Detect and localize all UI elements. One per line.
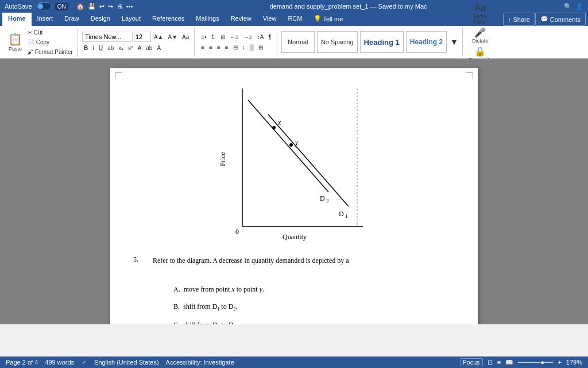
svg-text:Price: Price bbox=[219, 152, 227, 166]
align-center-button[interactable]: ≡ bbox=[207, 43, 214, 52]
supply-demand-graph: 0 Price Quantity D 1 D 2 x bbox=[214, 83, 374, 244]
svg-text:0: 0 bbox=[235, 228, 239, 236]
svg-point-11 bbox=[272, 126, 276, 129]
font-shrink-button[interactable]: A▼ bbox=[167, 32, 180, 41]
shading-button[interactable]: ▒ bbox=[248, 43, 256, 52]
answer-choices: A. move from point x to point y. B. shif… bbox=[173, 282, 438, 324]
search-icon[interactable]: 🔍 bbox=[564, 3, 572, 10]
ribbon-group-font: A▲ A▼ Aa B I U ab x₂ x² A ab A bbox=[79, 28, 195, 56]
ribbon-group-clipboard: 📋 Paste ✂ Cut 📄 Copy 🖌 Format Painter bbox=[3, 28, 78, 56]
autosave-state: ON bbox=[55, 3, 68, 10]
share-button[interactable]: ↑ Share bbox=[503, 13, 535, 26]
copy-button[interactable]: 📄 Copy bbox=[26, 37, 75, 47]
tab-home[interactable]: Home bbox=[2, 13, 32, 26]
ribbon-group-styles: Normal No Spacing Heading 1 Heading 2 ▼ bbox=[278, 28, 463, 56]
font-grow-button[interactable]: A▲ bbox=[152, 32, 165, 41]
svg-text:y: y bbox=[295, 139, 299, 147]
style-no-spacing[interactable]: No Spacing bbox=[317, 31, 358, 53]
choice-b: B. shift from D1 to D2. bbox=[173, 300, 438, 314]
tab-references[interactable]: References bbox=[146, 13, 190, 26]
choice-b-letter: B. bbox=[173, 300, 180, 313]
corner-mark-tr bbox=[466, 72, 473, 79]
bold-button[interactable]: B bbox=[82, 43, 90, 52]
autosave-toggle[interactable] bbox=[36, 2, 52, 10]
choice-c-letter: C. bbox=[173, 318, 180, 324]
bullets-button[interactable]: ≡• bbox=[199, 32, 208, 41]
account-icon[interactable]: 👤 bbox=[575, 3, 583, 10]
svg-text:D: D bbox=[320, 194, 325, 202]
text-highlight-button[interactable]: ab bbox=[144, 43, 154, 52]
print-icon[interactable]: 🖨 bbox=[117, 3, 123, 10]
tab-insert[interactable]: Insert bbox=[32, 13, 59, 26]
show-marks-button[interactable]: ¶ bbox=[266, 32, 273, 41]
dictate-button[interactable]: 🎤 Dictate bbox=[470, 26, 490, 45]
tab-draw[interactable]: Draw bbox=[59, 13, 85, 26]
tab-review[interactable]: Review bbox=[225, 13, 257, 26]
superscript-button[interactable]: x² bbox=[126, 43, 134, 52]
choice-a-text: move from point x to point y. bbox=[184, 282, 264, 296]
choice-a: A. move from point x to point y. bbox=[173, 282, 438, 296]
borders-button[interactable]: ⊞ bbox=[257, 43, 265, 52]
paste-button[interactable]: 📋 Paste bbox=[6, 30, 25, 54]
ribbon-tabs: Home Insert Draw Design Layout Reference… bbox=[0, 13, 588, 26]
tab-rcm[interactable]: RCM bbox=[282, 13, 308, 26]
question-number: 5. bbox=[133, 255, 147, 271]
styles-more-button[interactable]: ▼ bbox=[448, 37, 460, 47]
tab-tellme[interactable]: 💡 Tell me bbox=[308, 13, 349, 26]
comments-button[interactable]: 💬 Comments bbox=[535, 13, 586, 26]
style-heading2[interactable]: Heading 2 bbox=[406, 31, 447, 53]
tab-layout[interactable]: Layout bbox=[116, 13, 146, 26]
format-painter-button[interactable]: 🖌 Format Painter bbox=[26, 47, 75, 56]
autosave-bar: AutoSave ON 🏠 💾 ↩ ↪ 🖨 ••• demand and sup… bbox=[0, 0, 588, 13]
columns-button[interactable]: ⊟ bbox=[231, 43, 239, 52]
tab-design[interactable]: Design bbox=[85, 13, 116, 26]
clear-formatting-button[interactable]: Aa bbox=[180, 32, 191, 41]
svg-text:Quantity: Quantity bbox=[283, 233, 307, 241]
tab-mailings[interactable]: Mailings bbox=[190, 13, 225, 26]
justify-button[interactable]: ≡ bbox=[223, 43, 230, 52]
numbering-button[interactable]: 1. bbox=[210, 32, 218, 41]
autosave-toggle-dot bbox=[37, 3, 43, 9]
svg-line-8 bbox=[248, 100, 328, 192]
document-page: 0 Price Quantity D 1 D 2 x bbox=[110, 68, 478, 324]
increase-indent-button[interactable]: →≡ bbox=[242, 32, 254, 41]
autosave-label: AutoSave bbox=[5, 3, 32, 10]
corner-mark-tl bbox=[115, 72, 122, 79]
sensitivity-icon: 🔒 bbox=[474, 46, 486, 57]
svg-point-13 bbox=[289, 143, 293, 147]
subscript-button[interactable]: x₂ bbox=[117, 43, 125, 52]
svg-text:D: D bbox=[339, 210, 344, 218]
home-icon[interactable]: 🏠 bbox=[76, 3, 84, 10]
text-effects-button[interactable]: A bbox=[136, 43, 144, 52]
svg-text:x: x bbox=[277, 118, 281, 126]
redo-icon[interactable]: ↪ bbox=[108, 3, 113, 10]
share-icon: ↑ bbox=[508, 16, 512, 23]
font-size-input[interactable] bbox=[134, 32, 151, 42]
question-text: Refer to the diagram. A decrease in quan… bbox=[153, 255, 349, 266]
ribbon-group-paragraph: ≡• 1. ⊞ ←≡ →≡ ↕A ¶ ≡ ≡ ≡ ≡ ⊟ ↕ ▒ ⊞ bbox=[196, 28, 277, 56]
italic-button[interactable]: I bbox=[91, 43, 96, 52]
align-right-button[interactable]: ≡ bbox=[215, 43, 222, 52]
ribbon-group-tools: Aa StylesPane 🎤 Dictate 🔒 Sensitivity ✏ … bbox=[464, 28, 497, 56]
align-left-button[interactable]: ≡ bbox=[199, 43, 206, 52]
styles-pane-button[interactable]: Aa StylesPane bbox=[471, 2, 490, 26]
save-icon[interactable]: 💾 bbox=[88, 3, 96, 10]
font-color-button[interactable]: A bbox=[155, 43, 163, 52]
choice-b-text: shift from D1 to D2. bbox=[183, 300, 237, 314]
undo-icon[interactable]: ↩ bbox=[99, 3, 105, 10]
strikethrough-button[interactable]: ab bbox=[106, 43, 115, 52]
font-name-input[interactable] bbox=[82, 32, 133, 42]
underline-button[interactable]: U bbox=[97, 43, 105, 52]
page-area: 0 Price Quantity D 1 D 2 x bbox=[0, 59, 588, 324]
choice-c-text: shift from D2 to D1. bbox=[183, 318, 237, 324]
line-spacing-button[interactable]: ↕ bbox=[241, 43, 247, 52]
multilevel-button[interactable]: ⊞ bbox=[219, 32, 227, 41]
style-heading1[interactable]: Heading 1 bbox=[360, 31, 404, 53]
more-icon[interactable]: ••• bbox=[126, 3, 133, 10]
decrease-indent-button[interactable]: ←≡ bbox=[228, 32, 241, 41]
svg-text:2: 2 bbox=[326, 198, 329, 204]
style-normal[interactable]: Normal bbox=[281, 31, 315, 53]
sort-button[interactable]: ↕A bbox=[256, 32, 266, 41]
tab-view[interactable]: View bbox=[257, 13, 283, 26]
cut-button[interactable]: ✂ Cut bbox=[26, 28, 75, 37]
